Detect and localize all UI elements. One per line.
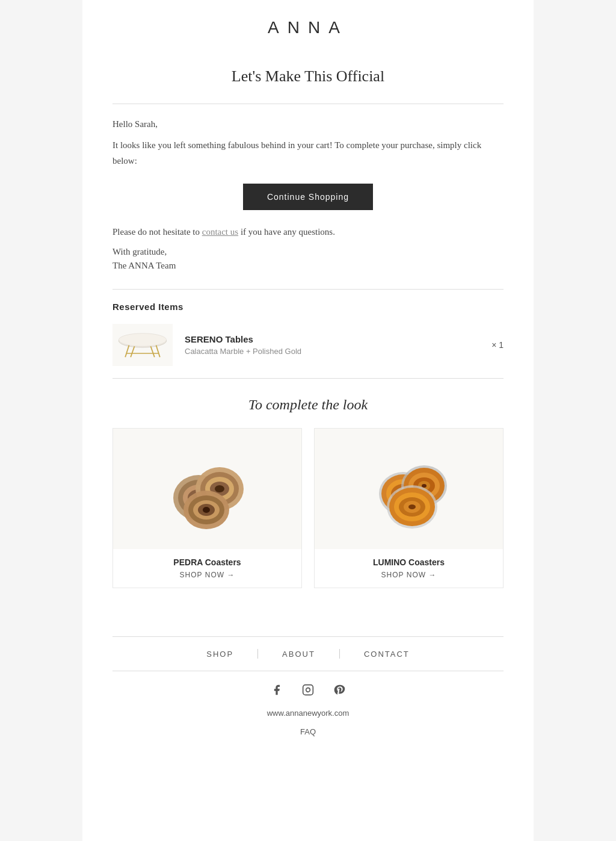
- contact-suffix: if you have any questions.: [238, 227, 335, 237]
- footer-nav-shop[interactable]: SHOP: [182, 650, 257, 659]
- table-icon: [116, 329, 170, 362]
- footer: SHOP ABOUT CONTACT: [82, 624, 534, 748]
- footer-nav: SHOP ABOUT CONTACT: [112, 649, 504, 659]
- svg-rect-40: [303, 685, 313, 695]
- svg-line-3: [156, 345, 160, 357]
- products-grid: PEDRA Coasters SHOP NOW →: [112, 428, 504, 588]
- website-link[interactable]: www.annanewyork.com: [112, 709, 504, 718]
- footer-nav-about[interactable]: ABOUT: [258, 650, 339, 659]
- lumino-image-area: [315, 429, 503, 549]
- cart-item-details: SERENO Tables Calacatta Marble + Polishe…: [185, 334, 479, 356]
- pinterest-icon[interactable]: [333, 683, 346, 697]
- cart-item: SERENO Tables Calacatta Marble + Polishe…: [112, 324, 504, 366]
- section-divider: [112, 378, 504, 379]
- svg-point-33: [422, 484, 427, 488]
- lumino-product-name: LUMINO Coasters: [315, 549, 503, 571]
- svg-point-39: [408, 504, 416, 509]
- footer-bottom-divider: [112, 671, 504, 671]
- footer-nav-contact[interactable]: CONTACT: [340, 650, 434, 659]
- item-quantity: × 1: [491, 340, 504, 350]
- svg-line-5: [151, 346, 155, 357]
- headline: Let's Make This Official: [112, 55, 504, 92]
- team-name: The ANNA Team: [112, 261, 504, 271]
- email-container: ANNA Let's Make This Official Hello Sara…: [82, 0, 534, 841]
- facebook-icon[interactable]: [270, 683, 283, 697]
- pedra-image-area: [113, 429, 301, 549]
- continue-shopping-button[interactable]: Continue Shopping: [243, 184, 373, 210]
- product-card-pedra: PEDRA Coasters SHOP NOW →: [112, 428, 302, 588]
- svg-line-4: [131, 346, 134, 357]
- gratitude-text: With gratitude,: [112, 247, 504, 257]
- greeting: Hello Sarah,: [112, 119, 504, 129]
- complete-look-heading: To complete the look: [112, 397, 504, 413]
- svg-line-2: [125, 345, 129, 357]
- contact-prefix: Please do not hesitate to: [112, 227, 202, 237]
- cta-wrapper: Continue Shopping: [112, 184, 504, 210]
- pedra-shop-now[interactable]: SHOP NOW →: [113, 571, 301, 588]
- contact-line: Please do not hesitate to contact us if …: [112, 227, 504, 237]
- item-variant: Calacatta Marble + Polished Gold: [185, 347, 479, 356]
- svg-point-16: [215, 485, 224, 492]
- svg-point-1: [119, 333, 166, 346]
- logo: ANNA: [94, 18, 522, 37]
- pedra-product-name: PEDRA Coasters: [113, 549, 301, 571]
- pedra-coasters-icon: [153, 441, 262, 537]
- faq-link[interactable]: FAQ: [112, 727, 504, 736]
- cart-item-image: [112, 324, 173, 366]
- lumino-coasters-icon: [355, 441, 463, 537]
- contact-us-link[interactable]: contact us: [202, 227, 238, 237]
- footer-top-divider: [112, 636, 504, 637]
- reserved-heading: Reserved Items: [112, 302, 504, 312]
- svg-point-21: [203, 507, 210, 513]
- social-row: [112, 683, 504, 697]
- item-name: SERENO Tables: [185, 334, 479, 344]
- middle-divider: [112, 289, 504, 290]
- main-content: Let's Make This Official Hello Sarah, It…: [82, 49, 534, 624]
- instagram-icon[interactable]: [301, 683, 315, 697]
- top-divider: [112, 104, 504, 104]
- body-text: It looks like you left something fabulou…: [112, 138, 504, 169]
- product-card-lumino: LUMINO Coasters SHOP NOW →: [314, 428, 504, 588]
- lumino-shop-now[interactable]: SHOP NOW →: [315, 571, 503, 588]
- header: ANNA: [82, 0, 534, 49]
